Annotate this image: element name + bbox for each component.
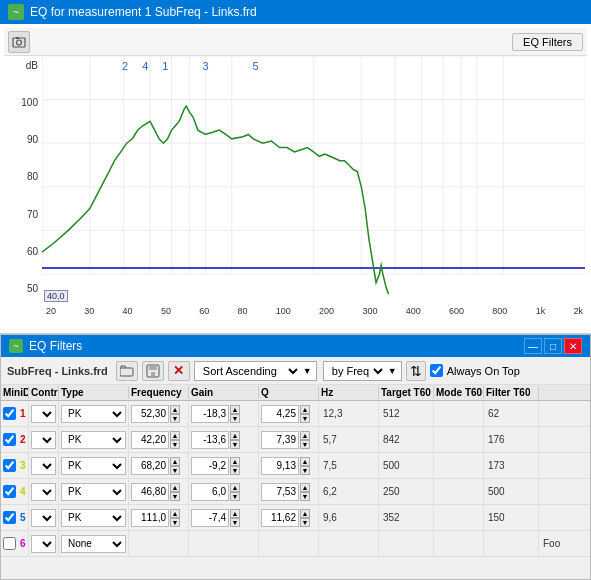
q-up-3[interactable]: ▲ [300, 457, 310, 466]
filter-t60-value-5: 150 [486, 512, 507, 523]
save-file-button[interactable] [142, 361, 164, 381]
control-select-4[interactable]: AutoManualOff [31, 483, 56, 501]
freq-down-1[interactable]: ▼ [170, 414, 180, 423]
y-label-100: 100 [21, 97, 38, 108]
filter-label-5: 5 [253, 60, 259, 72]
row-checkbox-4[interactable] [3, 485, 16, 498]
type-select-3[interactable]: PK LP HP None [61, 457, 126, 475]
row-num-6: 6 [18, 538, 26, 549]
q-input-4[interactable] [261, 483, 299, 501]
q-up-2[interactable]: ▲ [300, 431, 310, 440]
freq-down-2[interactable]: ▼ [170, 440, 180, 449]
gain-input-1[interactable] [191, 405, 229, 423]
q-up-5[interactable]: ▲ [300, 509, 310, 518]
open-file-button[interactable] [116, 361, 138, 381]
q-input-3[interactable] [261, 457, 299, 475]
gain-up-1[interactable]: ▲ [230, 405, 240, 414]
control-select-5[interactable]: AutoManualOff [31, 509, 56, 527]
control-select-1[interactable]: AutoManualOff [31, 405, 56, 423]
q-down-4[interactable]: ▼ [300, 492, 310, 501]
type-select-2[interactable]: PK LP HP None [61, 431, 126, 449]
frequency-input-2[interactable] [131, 431, 169, 449]
q-input-5[interactable] [261, 509, 299, 527]
cell-frequency-3: ▲▼ [129, 453, 189, 478]
gain-down-5[interactable]: ▼ [230, 518, 240, 527]
type-select-5[interactable]: PK LP HP None [61, 509, 126, 527]
cell-minidsp-1: 1 [1, 401, 29, 426]
row-checkbox-3[interactable] [3, 459, 16, 472]
frequency-input-5[interactable] [131, 509, 169, 527]
cell-minidsp-5: 5 [1, 505, 29, 530]
svg-rect-6 [151, 372, 155, 376]
row-checkbox-6[interactable] [3, 537, 16, 550]
cell-type-3: PK LP HP None [59, 453, 129, 478]
gain-up-4[interactable]: ▲ [230, 483, 240, 492]
gain-down-2[interactable]: ▼ [230, 440, 240, 449]
freq-up-2[interactable]: ▲ [170, 431, 180, 440]
freq-up-3[interactable]: ▲ [170, 457, 180, 466]
close-button[interactable]: ✕ [564, 338, 582, 354]
target-t60-value-1: 512 [381, 408, 402, 419]
row-num-2: 2 [18, 434, 26, 445]
by-select-input[interactable]: by Freq by Gain by Q [328, 364, 386, 378]
maximize-button[interactable]: □ [544, 338, 562, 354]
gain-input-2[interactable] [191, 431, 229, 449]
camera-icon[interactable] [8, 31, 30, 53]
freq-down-5[interactable]: ▼ [170, 518, 180, 527]
freq-down-3[interactable]: ▼ [170, 466, 180, 475]
gain-input-3[interactable] [191, 457, 229, 475]
title-bar: ~ EQ for measurement 1 SubFreq - Links.f… [0, 0, 591, 24]
q-down-2[interactable]: ▼ [300, 440, 310, 449]
q-input-1[interactable] [261, 405, 299, 423]
control-select-3[interactable]: AutoManualOff [31, 457, 56, 475]
minimize-button[interactable]: — [524, 338, 542, 354]
cell-type-1: PK LP HP None [59, 401, 129, 426]
row-checkbox-2[interactable] [3, 433, 16, 446]
q-down-1[interactable]: ▼ [300, 414, 310, 423]
gain-down-1[interactable]: ▼ [230, 414, 240, 423]
row-checkbox-5[interactable] [3, 511, 16, 524]
row-num-5: 5 [18, 512, 26, 523]
by-dropdown[interactable]: by Freq by Gain by Q ▼ [323, 361, 402, 381]
svg-rect-0 [13, 38, 25, 47]
freq-up-5[interactable]: ▲ [170, 509, 180, 518]
cell-minidsp-3: 3 [1, 453, 29, 478]
gain-up-2[interactable]: ▲ [230, 431, 240, 440]
gain-up-3[interactable]: ▲ [230, 457, 240, 466]
q-down-5[interactable]: ▼ [300, 518, 310, 527]
q-input-2[interactable] [261, 431, 299, 449]
cell-extra-5 [539, 505, 591, 530]
delete-button[interactable]: ✕ [168, 361, 190, 381]
row-checkbox-1[interactable] [3, 407, 16, 420]
gain-input-4[interactable] [191, 483, 229, 501]
gain-down-3[interactable]: ▼ [230, 466, 240, 475]
freq-up-1[interactable]: ▲ [170, 405, 180, 414]
freq-down-4[interactable]: ▼ [170, 492, 180, 501]
control-select-6[interactable]: AutoManualOff [31, 535, 56, 553]
q-up-4[interactable]: ▲ [300, 483, 310, 492]
sort-dropdown[interactable]: Sort Ascending Sort Descending No Sort ▼ [194, 361, 317, 381]
cell-mode-t60-5 [434, 505, 484, 530]
type-select-1[interactable]: PK LP HP None [61, 405, 126, 423]
q-down-3[interactable]: ▼ [300, 466, 310, 475]
frequency-input-3[interactable] [131, 457, 169, 475]
always-on-top-checkbox[interactable] [430, 364, 443, 377]
filter-label-4: 4 [142, 60, 148, 72]
q-up-1[interactable]: ▲ [300, 405, 310, 414]
frequency-input-4[interactable] [131, 483, 169, 501]
cell-hz-4: 6,2 [319, 479, 379, 504]
gain-up-5[interactable]: ▲ [230, 509, 240, 518]
swap-button[interactable]: ⇅ [406, 361, 426, 381]
filter-t60-value-2: 176 [486, 434, 507, 445]
freq-up-4[interactable]: ▲ [170, 483, 180, 492]
row-num-4: 4 [18, 486, 26, 497]
gain-down-4[interactable]: ▼ [230, 492, 240, 501]
frequency-input-1[interactable] [131, 405, 169, 423]
type-select-4[interactable]: PK LP HP None [61, 483, 126, 501]
type-select-6[interactable]: PK LP HP None [61, 535, 126, 553]
hz-value-4: 6,2 [321, 486, 339, 497]
gain-input-5[interactable] [191, 509, 229, 527]
control-select-2[interactable]: AutoManualOff [31, 431, 56, 449]
sort-select-input[interactable]: Sort Ascending Sort Descending No Sort [199, 364, 301, 378]
eq-filters-button[interactable]: EQ Filters [512, 33, 583, 51]
